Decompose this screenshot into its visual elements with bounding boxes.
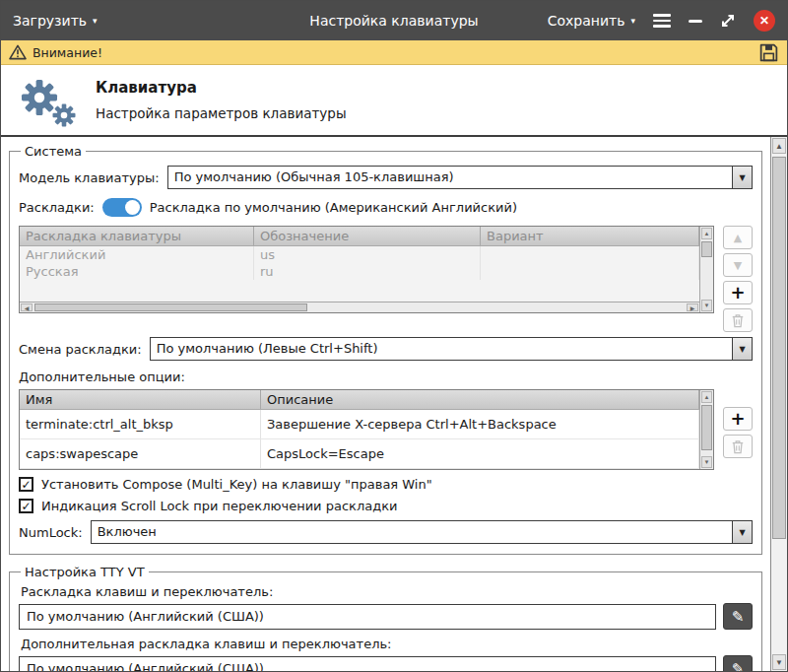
delete-layout-button[interactable] — [723, 308, 753, 332]
column-header: Обозначение — [254, 227, 481, 245]
column-header: Имя — [20, 390, 261, 409]
move-down-button[interactable]: ▼ — [723, 253, 753, 277]
layout-switch-value: По умолчанию (Левые Ctrl+Shift) — [151, 338, 732, 360]
layout-switch-select[interactable]: По умолчанию (Левые Ctrl+Shift) ▼ — [150, 337, 753, 361]
scroll-down-icon[interactable]: ▼ — [701, 300, 712, 311]
layout-variant-cell — [481, 246, 699, 263]
table-row[interactable]: Русская ru — [20, 263, 699, 280]
table-row[interactable]: caps:swapescape CapsLock=Escape — [20, 439, 699, 469]
minimize-button[interactable] — [689, 20, 702, 23]
layouts-table-buttons: ▲ ▼ + — [723, 226, 753, 332]
table-row[interactable]: terminate:ctrl_alt_bksp Завершение X-сер… — [20, 410, 699, 439]
window-title: Настройка клавиатуры — [309, 13, 478, 29]
options-table: Имя Описание terminate:ctrl_alt_bksp Зав… — [19, 389, 714, 470]
layout-name-cell: Английский — [20, 246, 254, 263]
main-vertical-scrollbar[interactable]: ▲ ▼ — [770, 137, 787, 671]
extra-options-label: Дополнительные опции: — [19, 370, 753, 384]
scroll-right-icon[interactable]: ▶ — [687, 303, 698, 311]
scrollbar-thumb[interactable] — [772, 157, 786, 539]
table-empty-area — [20, 280, 699, 302]
scroll-down-icon[interactable]: ▼ — [701, 456, 712, 468]
chevron-down-icon: ▾ — [93, 17, 98, 26]
add-layout-button[interactable]: + — [723, 281, 753, 304]
minimize-icon — [689, 20, 702, 23]
column-header: Вариант — [481, 227, 699, 245]
pencil-icon: ✎ — [732, 660, 745, 672]
system-group-legend: Система — [21, 144, 86, 159]
scroll-up-icon[interactable]: ▲ — [772, 138, 786, 154]
options-table-block: Имя Описание terminate:ctrl_alt_bksp Зав… — [19, 389, 753, 470]
maximize-button[interactable] — [720, 13, 736, 29]
checkbox-checked[interactable]: ✓ — [19, 499, 33, 513]
layout-variant-cell — [481, 263, 699, 280]
layout-switch-row: Смена раскладки: По умолчанию (Левые Ctr… — [19, 337, 753, 361]
scroll-up-icon[interactable]: ▲ — [701, 228, 712, 239]
layout-name-cell: Русская — [20, 263, 254, 280]
tty-extra-layout-edit-button[interactable]: ✎ — [723, 655, 753, 671]
scroll-left-icon[interactable]: ◀ — [21, 303, 33, 311]
chevron-down-icon[interactable]: ▼ — [732, 521, 752, 543]
layouts-label: Раскладки: — [19, 200, 95, 215]
horizontal-scrollbar[interactable]: ◀ ▶ — [20, 302, 699, 312]
scrollbar-thumb[interactable] — [701, 405, 712, 450]
scrollbar-track[interactable] — [701, 405, 712, 454]
trash-icon — [731, 313, 745, 328]
vertical-scrollbar[interactable]: ▲ ▼ — [699, 390, 713, 469]
chevron-down-icon: ▾ — [630, 17, 635, 26]
app-header: Клавиатура Настройка параметров клавиату… — [1, 65, 787, 135]
option-name-cell: caps:swapescape — [20, 439, 261, 468]
warning-bar: Внимание! — [1, 40, 787, 65]
tty-vt-group-legend: Настройка TTY VT — [21, 565, 149, 579]
warning-text: Внимание! — [33, 45, 102, 60]
add-option-button[interactable]: + — [723, 407, 753, 431]
system-group: Система Модель клавиатуры: По умолчанию … — [9, 144, 762, 555]
scrolllock-indicator-checkbox-row[interactable]: ✓ Индикация Scroll Lock при переключении… — [19, 499, 753, 513]
titlebar: Загрузить ▾ Настройка клавиатуры Сохрани… — [1, 1, 787, 40]
scrollbar-track[interactable] — [34, 303, 685, 311]
scrollbar-track[interactable] — [701, 241, 712, 298]
keyboard-model-label: Модель клавиатуры: — [19, 170, 160, 185]
scroll-down-icon[interactable]: ▼ — [772, 654, 786, 670]
tty-layout-input[interactable]: По умолчанию (Английский (США)) — [19, 604, 716, 630]
scrollbar-thumb[interactable] — [701, 241, 712, 257]
main-menu-button[interactable] — [653, 14, 671, 28]
close-icon: ✕ — [759, 14, 769, 28]
hamburger-icon — [653, 14, 671, 28]
table-row[interactable]: Английский us — [20, 246, 699, 263]
save-menu-label: Сохранить — [548, 13, 625, 29]
chevron-down-icon[interactable]: ▼ — [732, 338, 752, 360]
warning-icon — [9, 44, 27, 60]
numlock-select[interactable]: Включен ▼ — [91, 520, 753, 544]
tty-layout-edit-button[interactable]: ✎ — [723, 603, 753, 630]
check-icon: ✓ — [21, 479, 31, 491]
chevron-down-icon[interactable]: ▼ — [732, 167, 752, 188]
option-description-cell: Завершение X-сервера Ctrl+Alt+Backspace — [261, 410, 699, 438]
pencil-icon: ✎ — [732, 608, 745, 626]
delete-option-button[interactable] — [723, 435, 753, 458]
default-layout-toggle[interactable] — [102, 198, 142, 217]
toggle-knob — [125, 200, 140, 215]
keyboard-model-row: Модель клавиатуры: По умолчанию (Обычная… — [19, 166, 753, 189]
layout-code-cell: ru — [254, 263, 481, 280]
expand-icon — [720, 13, 736, 29]
scroll-up-icon[interactable]: ▲ — [701, 391, 712, 403]
scrollbar-track[interactable] — [772, 156, 786, 652]
compose-key-checkbox-row[interactable]: ✓ Установить Compose (Multi_Key) на клав… — [19, 477, 753, 492]
numlock-label: NumLock: — [19, 525, 83, 540]
keyboard-model-value: По умолчанию (Обычная 105-клавишная) — [168, 167, 732, 188]
layouts-toggle-label: Раскладка по умолчанию (Американский Анг… — [150, 200, 517, 215]
load-menu-button[interactable]: Загрузить ▾ — [13, 13, 98, 29]
layouts-table-header: Раскладка клавиатуры Обозначение Вариант — [20, 227, 699, 246]
vertical-scrollbar[interactable]: ▲ ▼ — [699, 227, 713, 312]
checkbox-checked[interactable]: ✓ — [19, 477, 33, 492]
close-button[interactable]: ✕ — [754, 10, 775, 32]
tty-extra-layout-field: Дополнительная раскладка клавиш и перекл… — [19, 637, 753, 671]
move-up-button[interactable]: ▲ — [723, 226, 753, 249]
content-area: Система Модель клавиатуры: По умолчанию … — [1, 135, 787, 671]
scrollbar-thumb[interactable] — [34, 303, 307, 311]
keyboard-model-select[interactable]: По умолчанию (Обычная 105-клавишная) ▼ — [167, 166, 753, 189]
save-menu-button[interactable]: Сохранить ▾ — [548, 13, 635, 29]
layouts-row: Раскладки: Раскладка по умолчанию (Амери… — [19, 198, 753, 217]
quick-save-button[interactable] — [758, 42, 779, 63]
tty-extra-layout-input[interactable]: По умолчанию (Английский (США)) — [19, 656, 716, 672]
